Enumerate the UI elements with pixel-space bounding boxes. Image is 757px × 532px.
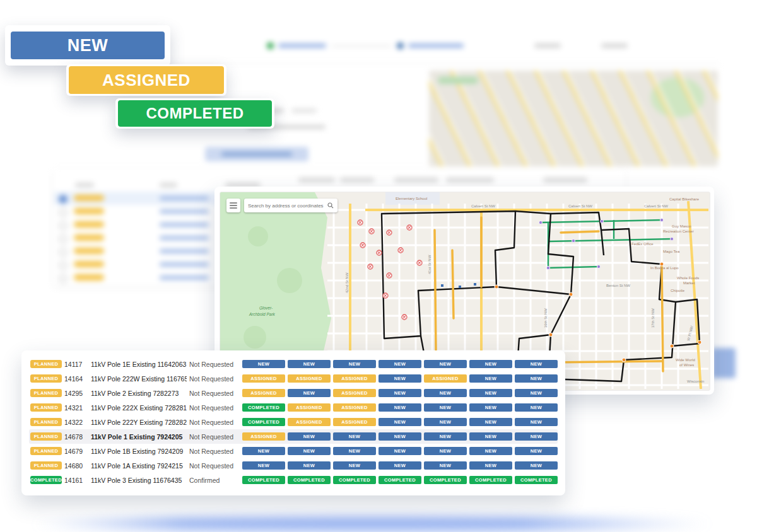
status-button[interactable]: NEW: [515, 360, 558, 368]
map-label: Recreation Center: [663, 229, 694, 233]
status-button[interactable]: NEW: [515, 418, 558, 426]
pole-id: 14295: [64, 390, 88, 397]
status-button[interactable]: NEW: [288, 447, 331, 455]
menu-button[interactable]: [226, 199, 240, 212]
status-button[interactable]: NEW: [469, 447, 512, 455]
status-button[interactable]: NEW: [469, 461, 512, 470]
status-button[interactable]: ASSIGNED: [288, 403, 331, 412]
pole-name: 11kV Pole 1E Existing 11642063: [91, 361, 187, 368]
table-row: PLANNED1468011kV Pole 1A Existing 792421…: [29, 458, 558, 473]
status-button[interactable]: NEW: [333, 461, 376, 470]
status-button[interactable]: NEW: [378, 432, 421, 441]
status-button[interactable]: NEW: [469, 432, 512, 441]
assigned-status-callout: ASSIGNED: [66, 64, 226, 96]
status-button[interactable]: ASSIGNED: [333, 374, 376, 383]
row-status-badge: PLANNED: [30, 403, 62, 412]
status-button[interactable]: NEW: [288, 389, 331, 397]
map-label: of Wines: [679, 363, 694, 367]
status-button[interactable]: NEW: [288, 461, 331, 470]
table-row: PLANNED1467811kV Pole 1 Existing 7924205…: [29, 429, 558, 444]
status-button[interactable]: NEW: [515, 403, 558, 412]
status-button[interactable]: NEW: [333, 447, 376, 455]
status-button[interactable]: ASSIGNED: [288, 374, 331, 383]
status-button[interactable]: ASSIGNED: [242, 389, 285, 397]
status-button[interactable]: NEW: [515, 447, 558, 455]
status-button[interactable]: NEW: [242, 360, 285, 368]
map-label: Calvert St NW: [644, 204, 668, 208]
status-button[interactable]: COMPLETED: [242, 403, 285, 412]
map-label: Capital Bikeshare: [669, 197, 700, 201]
map-label: Glover-: [259, 306, 273, 310]
status-button[interactable]: COMPLETED: [424, 476, 467, 484]
row-status-badge: PLANNED: [30, 360, 62, 368]
status-button[interactable]: COMPLETED: [515, 476, 558, 484]
status-button[interactable]: COMPLETED: [288, 476, 331, 484]
status-button[interactable]: NEW: [424, 461, 467, 470]
status-button[interactable]: NEW: [469, 403, 512, 412]
status-button[interactable]: NEW: [378, 418, 421, 426]
status-button[interactable]: NEW: [288, 360, 331, 368]
map-label: Guy Mason: [672, 224, 691, 228]
status-button[interactable]: NEW: [424, 432, 467, 441]
status-button[interactable]: NEW: [424, 403, 467, 412]
request-status: Not Requested: [189, 375, 240, 383]
status-button[interactable]: NEW: [288, 432, 331, 441]
status-button[interactable]: NEW: [333, 432, 376, 441]
status-button[interactable]: NEW: [469, 389, 512, 397]
status-button[interactable]: ASSIGNED: [333, 389, 376, 397]
pole-id: 14161: [64, 477, 88, 484]
map-search-input[interactable]: Search by address or coordinates: [244, 199, 337, 212]
status-button[interactable]: NEW: [424, 360, 467, 368]
request-status: Not Requested: [189, 404, 240, 412]
status-button[interactable]: NEW: [378, 360, 421, 368]
status-button[interactable]: COMPLETED: [333, 476, 376, 484]
status-button[interactable]: NEW: [515, 389, 558, 397]
map-label: Wisconsin: [687, 379, 704, 383]
status-button[interactable]: NEW: [469, 374, 512, 383]
status-button[interactable]: NEW: [424, 389, 467, 397]
row-status-badge: COMPLETED: [30, 476, 62, 484]
status-button[interactable]: ASSIGNED: [242, 432, 285, 441]
status-button[interactable]: NEW: [515, 432, 558, 441]
map-label: 39th St NW: [544, 308, 548, 328]
map-label: Archbold Park: [249, 312, 276, 316]
request-status: Not Requested: [189, 448, 240, 455]
status-button[interactable]: NEW: [424, 418, 467, 426]
page: NEW ASSIGNED COMPLETED: [0, 0, 757, 532]
completed-badge: COMPLETED: [118, 100, 272, 127]
map-label: Elementary School: [396, 197, 427, 200]
assigned-badge: ASSIGNED: [69, 66, 224, 94]
map-label: FedEx Office: [631, 242, 654, 246]
status-button[interactable]: ASSIGNED: [242, 374, 285, 383]
status-button[interactable]: NEW: [378, 374, 421, 383]
map-label: Calvert St NW: [568, 204, 592, 208]
status-button[interactable]: NEW: [515, 374, 558, 383]
status-button[interactable]: NEW: [469, 418, 512, 426]
status-button[interactable]: ASSIGNED: [288, 418, 331, 426]
pole-name: 11kV Pole 222X Existing 7282819: [91, 404, 187, 412]
request-status: Not Requested: [189, 390, 240, 397]
status-button[interactable]: NEW: [333, 360, 376, 368]
table-row: PLANNED1416411kV Pole 222W Existing 1167…: [29, 371, 558, 386]
status-button[interactable]: COMPLETED: [378, 476, 421, 484]
search-icon: [327, 202, 334, 209]
status-button[interactable]: NEW: [242, 447, 285, 455]
status-button[interactable]: ASSIGNED: [424, 374, 467, 383]
status-button[interactable]: NEW: [469, 360, 512, 368]
status-button[interactable]: NEW: [515, 461, 558, 470]
status-button[interactable]: COMPLETED: [242, 476, 285, 484]
status-button[interactable]: NEW: [378, 403, 421, 412]
status-button[interactable]: NEW: [378, 461, 421, 470]
status-button[interactable]: ASSIGNED: [333, 418, 376, 426]
map-label: 42nd St NW: [345, 272, 349, 293]
status-button[interactable]: ASSIGNED: [333, 403, 376, 412]
status-button[interactable]: COMPLETED: [469, 476, 512, 484]
status-button[interactable]: NEW: [242, 461, 285, 470]
status-button[interactable]: NEW: [378, 447, 421, 455]
table-row: COMPLETED1416111kV Pole 3 Existing 11676…: [29, 473, 558, 487]
status-button[interactable]: COMPLETED: [242, 418, 285, 426]
hamburger-icon: [230, 202, 237, 209]
request-status: Confirmed: [189, 477, 240, 484]
status-button[interactable]: NEW: [424, 447, 467, 455]
status-button[interactable]: NEW: [378, 389, 421, 397]
